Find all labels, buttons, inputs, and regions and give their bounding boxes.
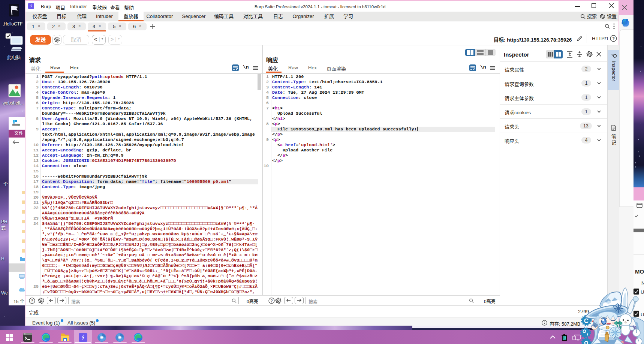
svg-text:?: ? <box>31 299 33 303</box>
svg-text:?: ? <box>612 36 615 41</box>
svg-text:?: ? <box>270 299 273 303</box>
svg-text:C: C <box>584 317 589 325</box>
